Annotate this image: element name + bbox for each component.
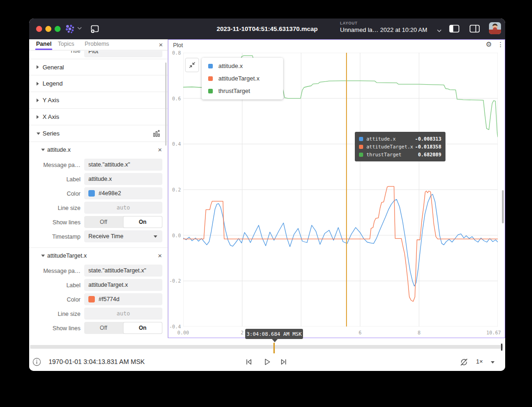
tooltip-row: attitude.x-0.008313 [359, 135, 441, 142]
y-tick-label: -0.4 [168, 324, 181, 329]
tab-problems[interactable]: Problems [85, 39, 109, 50]
legend-popup: attitude.xattitudeTarget.xthrustTarget [202, 58, 283, 99]
panel-settings-gear-icon[interactable]: ⚙ [486, 40, 492, 49]
label-input[interactable]: attitudeTarget.x [84, 279, 162, 291]
tooltip-row: thrustTarget0.682089 [359, 151, 441, 158]
y-tick-label: -0.2 [168, 278, 181, 284]
left-sidebar-toggle-icon[interactable] [449, 25, 459, 33]
plot-panel-scrollbar[interactable] [502, 190, 504, 223]
legend-item-attitude.x[interactable]: attitude.x [202, 60, 283, 72]
panel-menu-kebab-icon[interactable]: ⋮ [497, 41, 504, 48]
sidebar-tabbar: Panel Topics Problems × [29, 39, 167, 50]
y-tick-label: 0.4 [168, 141, 181, 147]
tooltip-series-value: -0.018358 [415, 144, 441, 149]
show-lines-on-button[interactable]: On [124, 322, 162, 333]
caret-right-icon [37, 82, 39, 86]
color-input[interactable]: #4e98e2 [84, 187, 162, 199]
x-tick-label: 6 [351, 330, 369, 335]
tab-panel[interactable]: Panel [36, 39, 51, 50]
remove-series-icon[interactable]: × [158, 146, 162, 154]
speed-caret-icon[interactable] [491, 361, 495, 364]
timestamp-select[interactable]: Receive Time [84, 230, 162, 242]
series-block-attitude-x: attitude.x × Message pa… state."attitude… [29, 142, 167, 244]
caret-right-icon [37, 65, 39, 69]
logo-chevron-down-icon[interactable] [77, 26, 82, 30]
timeline-scrubber[interactable] [30, 345, 503, 349]
add-series-icon[interactable] [153, 130, 161, 138]
layout-menu[interactable]: LAYOUT Unnamed la… 2022 at 10:20 AM [340, 21, 442, 37]
color-swatch[interactable] [88, 190, 95, 197]
current-time-line [346, 53, 347, 327]
data-source-info-icon[interactable] [32, 358, 41, 366]
window-minimize-button[interactable] [45, 26, 51, 32]
current-timestamp: 1970-01-01 3:04:13.831 AM MSK [49, 358, 145, 365]
line-size-input[interactable]: auto [84, 308, 162, 320]
window-close-button[interactable] [36, 26, 42, 32]
collapse-arrows-icon [189, 62, 196, 68]
title-row-label: Title [70, 51, 80, 57]
tooltip-series-name: attitude.x [366, 136, 415, 142]
series-header-attitude-target-x[interactable]: attitudeTarget.x × [29, 248, 167, 264]
plot-panel-header: Plot ⚙ ⋮ [168, 40, 505, 51]
y-tick-label: 0.8 [168, 50, 181, 56]
remove-series-icon[interactable]: × [158, 252, 162, 260]
tooltip-swatch [359, 137, 363, 141]
titlebar: 2023-11-10T04:51:45.631370.mcap LAYOUT U… [29, 18, 505, 39]
color-input[interactable]: #f5774d [84, 293, 162, 305]
select-caret-icon [154, 235, 157, 238]
show-lines-toggle: Off On [84, 216, 162, 228]
x-tick-label: 0.00 [174, 330, 192, 335]
scrubber-time-tooltip: 3:04:08.684 AM MSK [245, 329, 303, 339]
series-line-attitudeTarget.x [183, 186, 498, 302]
add-panel-icon[interactable] [89, 24, 100, 35]
timeline-playhead[interactable] [273, 343, 275, 353]
series-header-attitude-x[interactable]: attitude.x × [29, 142, 167, 158]
line-size-input[interactable]: auto [84, 202, 162, 214]
legend-swatch [208, 76, 213, 81]
clipped-title-row: Title Plot [29, 51, 167, 57]
playback-speed[interactable]: 1× [476, 358, 483, 365]
legend-item-thrustTarget[interactable]: thrustTarget [202, 85, 283, 97]
seek-forward-button[interactable] [279, 358, 288, 366]
legend-swatch [208, 64, 213, 68]
label-input[interactable]: attitude.x [84, 173, 162, 185]
right-sidebar-toggle-icon[interactable] [470, 25, 480, 33]
legend-item-attitudeTarget.x[interactable]: attitudeTarget.x [202, 72, 283, 85]
x-tick-label: 8 [410, 330, 428, 335]
message-path-input[interactable]: state."attitudeTarget.x" [84, 265, 162, 277]
scrubber-tooltip-caret [272, 339, 278, 342]
color-swatch[interactable] [88, 296, 95, 302]
show-lines-off-button[interactable]: Off [84, 322, 123, 334]
panel-title-input[interactable]: Plot [84, 51, 162, 57]
section-y-axis[interactable]: Y Axis [29, 92, 167, 109]
play-button[interactable] [263, 358, 272, 366]
layout-label: LAYOUT [340, 21, 442, 25]
foxglove-logo-icon[interactable] [64, 24, 75, 35]
seek-backward-button[interactable] [244, 358, 253, 366]
tab-topics[interactable]: Topics [58, 39, 74, 50]
show-lines-on-button[interactable]: On [124, 216, 162, 228]
legend-collapse-button[interactable] [185, 58, 199, 72]
tooltip-series-value: 0.682089 [418, 152, 441, 157]
caret-down-icon [41, 255, 45, 257]
section-legend[interactable]: Legend [29, 75, 167, 92]
legend-label: attitudeTarget.x [218, 75, 260, 82]
section-x-axis[interactable]: X Axis [29, 109, 167, 125]
user-avatar[interactable] [489, 22, 501, 34]
section-general[interactable]: General [29, 59, 167, 75]
show-lines-off-button[interactable]: Off [84, 216, 123, 228]
tooltip-series-name: attitudeTarget.x [366, 144, 415, 149]
show-lines-toggle: Off On [84, 322, 162, 334]
loop-off-icon[interactable] [459, 358, 469, 367]
y-tick-label: 0.2 [168, 187, 181, 192]
settings-sidebar: Panel Topics Problems × Title Plot Gener… [29, 39, 168, 338]
plot-hover-tooltip: attitude.x-0.008313attitudeTarget.x-0.01… [355, 132, 445, 161]
sidebar-scrollbar[interactable] [165, 62, 167, 146]
caret-right-icon [37, 99, 39, 102]
message-path-input[interactable]: state."attitude.x" [84, 159, 162, 171]
section-series[interactable]: Series [29, 125, 167, 142]
legend-swatch [208, 89, 213, 93]
plot-panel[interactable]: Plot ⚙ ⋮ 0.80.60.40.20.0-0.2-0.4 0.00246… [168, 39, 505, 338]
window-zoom-button[interactable] [55, 26, 61, 32]
sidebar-close-icon[interactable]: × [159, 41, 163, 49]
